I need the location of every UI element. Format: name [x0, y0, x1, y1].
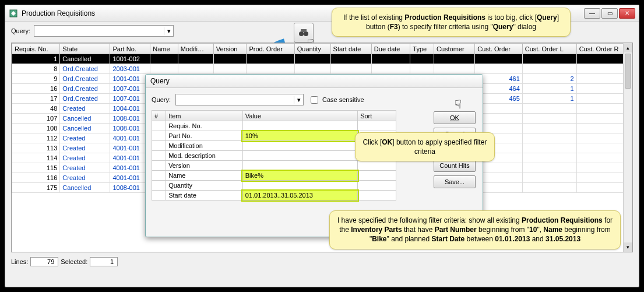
column-header[interactable]: Start date: [330, 44, 371, 54]
column-header[interactable]: Name: [150, 44, 178, 54]
criteria-value[interactable]: 01.01.2013..31.05.2013: [242, 191, 357, 200]
svg-point-1: [299, 31, 304, 36]
column-header[interactable]: Cust. Order: [475, 44, 523, 54]
callout-bottom: I have specified the following filter cr…: [329, 210, 621, 249]
dialog-title: Query: [146, 75, 483, 88]
scroll-down-icon[interactable]: ▾: [624, 242, 632, 252]
criteria-value[interactable]: Bike%: [242, 171, 357, 181]
app-icon: [9, 9, 18, 18]
criteria-row[interactable]: Quantity: [152, 181, 396, 191]
main-window: Production Requisitions — ▭ ✕ Query: ▾ ☟…: [5, 5, 639, 287]
column-header[interactable]: Sort: [358, 111, 396, 121]
query-label: Query:: [11, 27, 30, 34]
lines-label: Lines:: [11, 258, 28, 265]
column-header[interactable]: Type: [410, 44, 434, 54]
close-button[interactable]: ✕: [619, 8, 635, 19]
selected-value: 1: [90, 257, 118, 266]
callout-top: If the list of existing Production Requi…: [332, 8, 571, 37]
column-header[interactable]: Modifi…: [178, 44, 213, 54]
criteria-value[interactable]: [242, 151, 357, 161]
query-combo[interactable]: ▾: [34, 25, 174, 37]
case-label: Case sensitive: [322, 96, 364, 103]
save-button[interactable]: Save...: [434, 175, 476, 188]
column-header[interactable]: Cust. Order L: [522, 44, 576, 54]
query-toolbar-button[interactable]: [294, 23, 314, 43]
dialog-query-input[interactable]: [176, 96, 294, 103]
column-header[interactable]: Version: [213, 44, 247, 54]
criteria-value[interactable]: [242, 141, 357, 151]
case-sensitive-checkbox[interactable]: Case sensitive: [308, 94, 364, 105]
vertical-scrollbar[interactable]: ▴ ▾: [623, 43, 632, 252]
table-row[interactable]: 8Ord.Created2003-001: [12, 64, 632, 74]
column-header[interactable]: Due date: [371, 44, 410, 54]
criteria-row[interactable]: Start date01.01.2013..31.05.2013: [152, 191, 396, 200]
column-header[interactable]: Item: [166, 111, 243, 121]
column-header[interactable]: Prod. Order: [247, 44, 294, 54]
criteria-row[interactable]: Requis. No.: [152, 121, 396, 131]
scroll-up-icon[interactable]: ▴: [624, 43, 632, 52]
column-header[interactable]: Requis. No.: [12, 44, 60, 54]
dialog-query-combo[interactable]: ▾: [175, 94, 304, 105]
maximize-button[interactable]: ▭: [601, 8, 618, 19]
column-header[interactable]: State: [60, 44, 110, 54]
criteria-value[interactable]: [242, 181, 357, 191]
binoculars-icon: [298, 27, 309, 38]
selected-label: Selected:: [61, 258, 87, 265]
criteria-row[interactable]: NameBike%: [152, 171, 396, 181]
column-header[interactable]: Quantity: [294, 44, 330, 54]
column-header[interactable]: Customer: [434, 44, 474, 54]
status-bar: Lines: 79 Selected: 1: [5, 255, 639, 269]
query-input[interactable]: [34, 27, 164, 34]
column-header[interactable]: #: [152, 111, 166, 121]
scroll-thumb[interactable]: [625, 54, 631, 89]
criteria-value[interactable]: [242, 121, 357, 131]
ok-button[interactable]: OK: [434, 111, 476, 124]
dialog-query-label: Query:: [152, 96, 171, 103]
column-header[interactable]: Value: [242, 111, 357, 121]
lines-value: 79: [30, 257, 58, 266]
criteria-value[interactable]: 10%: [242, 131, 357, 141]
criteria-row[interactable]: Version: [152, 161, 396, 171]
table-row[interactable]: 1Cancelled1001-002: [12, 54, 632, 64]
svg-rect-3: [301, 29, 307, 32]
column-header[interactable]: Part No.: [110, 44, 150, 54]
chevron-down-icon[interactable]: ▾: [164, 27, 173, 35]
chevron-down-icon[interactable]: ▾: [294, 96, 303, 104]
criteria-value[interactable]: [242, 161, 357, 171]
minimize-button[interactable]: —: [584, 8, 600, 19]
svg-point-2: [304, 31, 308, 36]
callout-mid: Click [OK] button to apply specified fil…: [355, 132, 495, 161]
case-checkbox-input[interactable]: [311, 96, 318, 104]
